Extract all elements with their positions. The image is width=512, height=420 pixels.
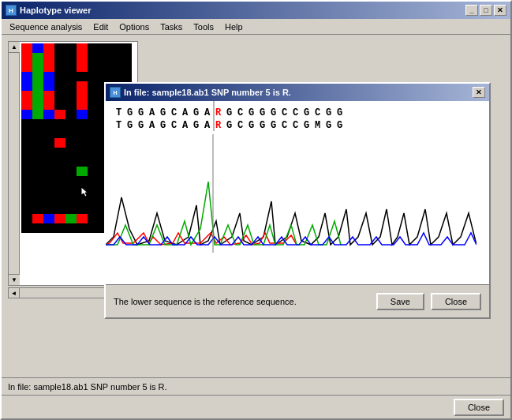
bottom-bar: Close <box>2 395 510 418</box>
sequence-row-1: T G G A G C A G A R G C G G G <box>114 107 481 118</box>
title-buttons: _ □ ✕ <box>465 5 506 16</box>
dialog-close-button[interactable]: ✕ <box>473 87 485 98</box>
dialog-title-bar: H In file: sample18.ab1 SNP number 5 is … <box>106 84 489 101</box>
status-text: In file: sample18.ab1 SNP number 5 is R. <box>8 382 504 392</box>
dialog-window: H In file: sample18.ab1 SNP number 5 is … <box>104 82 491 319</box>
scroll-down-btn[interactable]: ▼ <box>9 274 20 285</box>
dialog-content: T G G A G C A G A R G C G G G <box>106 101 489 284</box>
dialog-footer-text: The lower sequence is the reference sequ… <box>114 297 297 306</box>
maximize-button[interactable]: □ <box>480 5 492 16</box>
scroll-left-btn[interactable]: ◄ <box>9 288 20 298</box>
save-button[interactable]: Save <box>376 293 424 310</box>
scroll-up-btn[interactable]: ▲ <box>9 42 20 53</box>
menu-sequence-analysis[interactable]: Sequence analysis <box>5 21 87 33</box>
bottom-close-button[interactable]: Close <box>454 399 504 416</box>
dialog-footer-buttons: Save Close <box>376 293 481 310</box>
dialog-title-left: H In file: sample18.ab1 SNP number 5 is … <box>110 87 291 98</box>
title-bar-left: H Haplotype viewer <box>6 5 91 16</box>
minimize-button[interactable]: _ <box>465 5 478 16</box>
menu-tools[interactable]: Tools <box>189 21 219 33</box>
app-icon: H <box>6 5 17 16</box>
chromatogram <box>106 131 489 253</box>
menu-bar: Sequence analysis Edit Options Tasks Too… <box>2 19 510 35</box>
dialog-footer: The lower sequence is the reference sequ… <box>106 284 489 317</box>
menu-tasks[interactable]: Tasks <box>155 21 187 33</box>
title-bar: H Haplotype viewer _ □ ✕ <box>2 2 510 19</box>
window-close-button[interactable]: ✕ <box>494 5 506 16</box>
sequence-row-2: T G G A G C A G A R G C G G G <box>114 120 481 131</box>
main-window: H Haplotype viewer _ □ ✕ Sequence analys… <box>0 0 512 420</box>
dialog-app-icon: H <box>110 87 121 98</box>
dialog-close-btn[interactable]: Close <box>431 293 481 310</box>
window-title: Haplotype viewer <box>20 6 91 15</box>
menu-help[interactable]: Help <box>220 21 248 33</box>
dialog-title-text: In file: sample18.ab1 SNP number 5 is R. <box>124 88 291 97</box>
content-area: ▲ ▼ ◄ ► H In file: sample18.ab1 SNP numb… <box>2 35 510 377</box>
menu-options[interactable]: Options <box>114 21 154 33</box>
status-bar: In file: sample18.ab1 SNP number 5 is R. <box>2 377 510 395</box>
chromatogram-svg <box>106 134 476 253</box>
menu-edit[interactable]: Edit <box>88 21 113 33</box>
